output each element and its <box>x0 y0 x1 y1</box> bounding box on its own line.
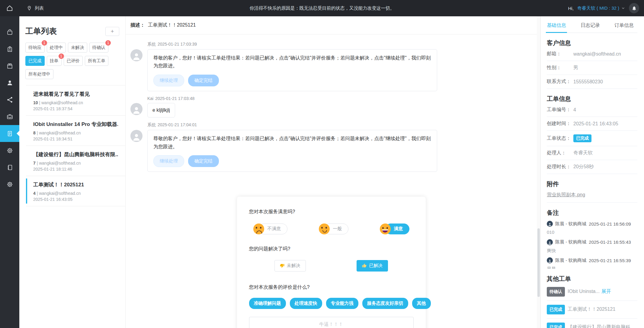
not-resolved-button[interactable]: 未解决 <box>274 260 306 272</box>
count-badge: 1 <box>59 53 64 59</box>
user-name-label: 奇睿天软 ( MID : 32 ) <box>577 5 619 11</box>
attachment-title: 附件 <box>547 180 637 188</box>
info-row-handler: 处理人：奇睿天软 <box>547 146 637 160</box>
avatar <box>130 49 143 61</box>
home-icon <box>6 5 13 12</box>
filter-unresolved[interactable]: 未解决 <box>68 43 87 53</box>
rail-item-system-settings[interactable] <box>0 176 19 193</box>
tag-accurate-understanding[interactable]: 准确理解问题 <box>249 298 286 309</box>
rail-item-tickets[interactable] <box>0 125 19 142</box>
avatar <box>130 130 143 142</box>
continue-processing-button[interactable]: 继续处理 <box>153 75 184 86</box>
filter-rated[interactable]: 已评价 <box>64 56 83 66</box>
note-author: 陈晨 - 软购商城 <box>555 239 586 245</box>
page-tab-label: 列表 <box>35 5 44 11</box>
other-ticket-label: IObit Uninsta... <box>568 289 600 294</box>
status-filter-chips: 待响应1 处理中 未解决 待确认1 已完成 挂单1 已评价 所有工单 所有处理中 <box>19 43 125 79</box>
person-icon <box>547 240 552 245</box>
ticket-list-item[interactable]: 【建设银行】昆山腾新电脑科技有限... 7 | wangkai@softhead… <box>26 146 125 176</box>
status-badge: 已完成 <box>573 134 591 142</box>
rail-item-products[interactable] <box>0 57 19 74</box>
satisfaction-question: 您对本次服务满意吗? <box>249 209 414 215</box>
filter-completed[interactable]: 已完成 <box>25 56 45 66</box>
message-time: 2025-01-21 17:03:39 <box>158 42 197 47</box>
tag-friendly-attitude[interactable]: 服务态度友好亲切 <box>362 298 408 309</box>
filter-pending-response[interactable]: 待响应1 <box>25 43 45 53</box>
tab-basic-info[interactable]: 基础信息 <box>547 22 566 33</box>
confirm-complete-button[interactable]: 确定完结 <box>188 155 219 167</box>
person-icon <box>131 51 142 61</box>
tag-professional[interactable]: 专业能力强 <box>326 298 358 309</box>
note-time: 2025-01-21 16:55:39 <box>589 258 631 263</box>
inbox-icon <box>6 113 13 120</box>
confirm-complete-button[interactable]: 确定完结 <box>188 75 219 86</box>
status-badge: 待确认 <box>547 287 565 297</box>
attachment-link[interactable]: 营业执照副本.png <box>547 192 585 197</box>
gear-icon <box>6 181 13 188</box>
other-ticket-label: 工单测试！！2025121 <box>568 307 615 312</box>
user-menu[interactable]: 奇睿天软 ( MID : 32 ) <box>577 5 625 11</box>
rail-item-tags[interactable] <box>0 40 19 57</box>
chevron-down-icon <box>621 6 625 10</box>
filter-on-hold[interactable]: 挂单1 <box>47 56 62 66</box>
message-sender: 系统 <box>147 42 156 47</box>
gear-icon <box>6 147 13 154</box>
expand-link[interactable]: 展开 <box>601 289 611 294</box>
rail-item-settings[interactable] <box>0 142 19 159</box>
filter-pending-confirm[interactable]: 待确认1 <box>89 43 109 53</box>
ticket-list-item[interactable]: 进来就看见了看见了看见 10 | wangkai@softhead.cn 202… <box>26 85 125 116</box>
tag-fast-processing[interactable]: 处理速度快 <box>290 298 322 309</box>
note-item: 陈晨 - 软购商城 2025-01-21 16:56:09 010 <box>547 221 637 235</box>
notifications-button[interactable] <box>629 3 639 13</box>
option-satisfied[interactable]: 满意 <box>380 223 409 234</box>
status-badge: 已完成 <box>547 323 565 328</box>
rail-item-inbox[interactable] <box>0 108 19 125</box>
description-value: 工单测试！！2025121 <box>148 22 196 27</box>
option-neutral[interactable]: 一般 <box>319 223 348 234</box>
message-bubble: e kljljlkjlj <box>147 103 175 117</box>
rail-item-knowledge[interactable] <box>0 159 19 176</box>
ticket-list: 进来就看见了看见了看见 10 | wangkai@softhead.cn 202… <box>26 85 125 206</box>
conversation-panel: 描述：工单测试！！2025121 系统2025-01-21 17:03:39 尊… <box>126 16 537 328</box>
scrollbar-thumb[interactable] <box>537 228 540 297</box>
detail-tabs: 基础信息 日志记录 订单信息 <box>547 16 637 33</box>
message-time: 2025-01-21 17:03:48 <box>155 96 194 101</box>
filter-all-processing[interactable]: 所有处理中 <box>25 69 53 79</box>
top-bar: 列表 你活得不快乐的原因是：既无法忍受目前的状态，又没能力改变这一切。 Hi, … <box>0 0 644 16</box>
note-avatar <box>547 257 553 263</box>
comment-input[interactable]: 牛逼！！！ <box>249 317 414 328</box>
ticket-list-item[interactable]: IObit Uninstaller 14 Pro 专业卸载器... 8 | wa… <box>26 116 125 146</box>
home-button[interactable] <box>0 0 19 16</box>
resolved-button[interactable]: 已解决 <box>357 260 388 272</box>
note-item: 陈晨 - 软购商城 2025-01-21 16:55:43 爽快 <box>547 239 637 254</box>
happy-face-icon <box>380 223 391 234</box>
tab-log-records[interactable]: 日志记录 <box>581 22 600 33</box>
user-message: Kai2025-01-21 17:03:48 e kljljlkjlj <box>130 96 532 117</box>
other-ticket-row: 已完成【建设银行】昆山腾新电脑科...展开 <box>547 319 637 328</box>
note-time: 2025-01-21 16:55:43 <box>589 240 631 245</box>
person-icon <box>131 105 142 115</box>
message-text: e kljljlkjlj <box>152 106 170 114</box>
filter-processing[interactable]: 处理中 <box>47 43 66 53</box>
info-row-gender: 性别：男 <box>547 61 637 75</box>
user-icon <box>6 79 13 86</box>
user-area: Hi, 奇睿天软 ( MID : 32 ) <box>568 3 644 13</box>
rail-item-shop[interactable] <box>0 24 19 40</box>
rail-item-customers[interactable] <box>0 74 19 91</box>
option-unsatisfied[interactable]: 不满意 <box>253 223 287 234</box>
note-content: 010 <box>547 229 637 235</box>
ticket-list-item-selected[interactable]: 工单测试！！2025121 4 | wangkai@softhead.cn 20… <box>26 176 125 206</box>
note-content: 早晨 <box>547 266 637 269</box>
tag-other[interactable]: 其他 <box>412 298 431 309</box>
greeting-text: Hi, <box>568 6 573 11</box>
add-ticket-button[interactable]: + <box>105 27 119 36</box>
message-bubble: 尊敬的客户，您好！请核实工单处理结果：若问题已解决，点击"确认完结"并评价服务；… <box>147 49 437 91</box>
current-page-tab[interactable]: 列表 <box>27 5 44 11</box>
customer-info-title: 客户信息 <box>547 39 637 47</box>
tab-order-info[interactable]: 订单信息 <box>614 22 634 33</box>
count-badge: 1 <box>42 40 47 46</box>
rail-item-share[interactable] <box>0 91 19 108</box>
continue-processing-button[interactable]: 继续处理 <box>153 155 184 167</box>
notebook-icon <box>6 164 13 171</box>
filter-all-tickets[interactable]: 所有工单 <box>85 56 108 66</box>
